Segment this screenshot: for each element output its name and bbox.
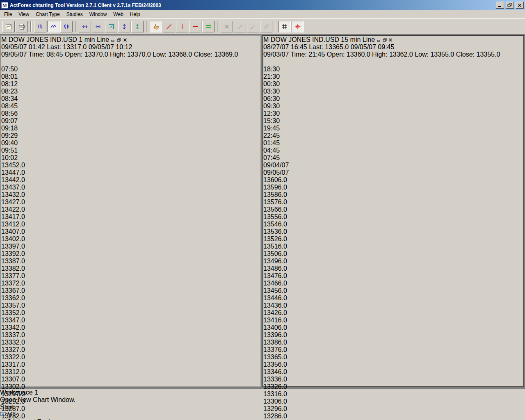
x-axis-label: 15:30 — [263, 117, 523, 125]
y-axis-label: 13456.0 — [263, 287, 523, 294]
menu-web[interactable]: Web — [110, 11, 126, 18]
menu-studies[interactable]: Studies — [63, 11, 86, 18]
x-axis-date-label: 09/05/07 — [263, 169, 523, 176]
toolbar-separator — [217, 21, 218, 32]
y-axis-label: 13506.0 — [263, 250, 523, 258]
y-axis-label: 13307.0 — [1, 376, 260, 383]
y-axis-label: 13556.0 — [263, 213, 523, 221]
chart-ohlc-info: 09/03/07 Time: 21:45 Open: 13360.0 High:… — [263, 51, 523, 58]
grid-button[interactable] — [278, 21, 291, 32]
x-axis-label: 09:51 — [1, 147, 260, 154]
chart-close-button[interactable] — [388, 36, 393, 43]
window-close-button[interactable] — [516, 2, 524, 9]
window-minimize-button[interactable] — [496, 2, 504, 9]
chart-close-button[interactable] — [123, 36, 127, 43]
bar-chart-button[interactable] — [34, 21, 46, 32]
chart-window-titlebar[interactable]: M DOW JONES IND.USD 1 min Line — [1, 36, 260, 43]
trend-line-button[interactable] — [163, 21, 175, 32]
line-chart-button[interactable] — [47, 21, 59, 32]
line-tool-button[interactable] — [234, 21, 246, 32]
compress-horizontal-button[interactable] — [92, 21, 104, 32]
channel-lines-button[interactable] — [202, 21, 215, 32]
x-axis: 07:5008:0108:1208:2308:3408:4508:5609:07… — [1, 66, 260, 162]
y-axis-label: 13392.0 — [1, 250, 260, 258]
parallel-lines-button[interactable] — [260, 21, 272, 32]
current-price-label: 13365.0 — [263, 354, 523, 361]
expand-horizontal-button[interactable] — [79, 21, 91, 32]
x-axis-label: 07:50 — [1, 66, 260, 73]
chart-area: 18:3021:3000:3003:3006:3009:3012:3015:30… — [263, 58, 523, 420]
x-axis-label: 08:01 — [1, 73, 260, 80]
print-button[interactable] — [16, 21, 28, 32]
chart-minimize-button[interactable] — [111, 36, 115, 43]
menu-view[interactable]: View — [15, 11, 32, 18]
y-axis-label: 13516.0 — [263, 243, 523, 250]
y-axis-label: 13356.0 — [263, 361, 523, 368]
y-axis-label: 13282.0 — [1, 413, 260, 420]
y-axis-label: 13496.0 — [263, 258, 523, 265]
y-axis-label: 13346.0 — [263, 368, 523, 376]
chart-restore-button[interactable] — [383, 36, 387, 43]
x-axis-label: 09:07 — [1, 117, 260, 125]
compress-vertical-button[interactable] — [131, 21, 144, 32]
x-axis-label: 19:45 — [263, 125, 523, 132]
current-price-label: 13317.0 — [1, 361, 260, 368]
chart-area: 07:5008:0108:1208:2308:3408:4508:5609:07… — [1, 58, 260, 420]
vertical-line-button[interactable] — [176, 21, 188, 32]
y-axis-label: 13377.0 — [1, 272, 260, 280]
menu-chart-type[interactable]: Chart Type — [32, 11, 63, 18]
expand-vertical-button[interactable] — [118, 21, 130, 32]
chart-window-15min[interactable]: M DOW JONES IND.USD 15 min Line 08/27/07… — [262, 35, 524, 387]
y-axis-label: 13316.0 — [263, 390, 523, 398]
x-axis-label: 08:12 — [1, 80, 260, 88]
y-axis-label: 13302.0 — [1, 383, 260, 390]
chart-plot[interactable] — [1, 58, 260, 66]
x-axis-label: 21:30 — [263, 73, 523, 80]
y-axis-label: 13452.0 — [1, 162, 260, 169]
menu-file[interactable]: File — [1, 11, 15, 18]
chart-window-1min[interactable]: M DOW JONES IND.USD 1 min Line 09/05/07 … — [0, 35, 261, 387]
chart-window-title: DOW JONES IND.USD 1 min Line — [9, 36, 109, 43]
chart-restore-button[interactable] — [117, 36, 121, 43]
ray-tool-button[interactable] — [247, 21, 259, 32]
x-axis-label: 00:30 — [263, 80, 523, 88]
chart-window-titlebar[interactable]: M DOW JONES IND.USD 15 min Line — [263, 36, 523, 43]
menu-help[interactable]: Help — [127, 11, 144, 18]
y-axis-label: 13442.0 — [1, 176, 260, 184]
y-axis-label: 13417.0 — [1, 213, 260, 221]
y-axis-label: 13342.0 — [1, 324, 260, 331]
x-axis-date-label: 09/04/07 — [263, 162, 523, 169]
x-axis-label: 06:30 — [263, 95, 523, 103]
new-chart-button[interactable] — [2, 21, 15, 32]
menu-window[interactable]: Window — [86, 11, 110, 18]
candlestick-button[interactable] — [60, 21, 73, 32]
chart-range-info: 08/27/07 16:45 Last: 13365.0 09/05/07 09… — [263, 43, 523, 51]
y-axis-label: 13546.0 — [263, 221, 523, 228]
chart-ohlc-info: 09/05/07 Time: 08:45 Open: 13370.0 High:… — [1, 51, 260, 58]
app-titlebar[interactable]: M ActForex chtarting Tool Version 2.7.1 … — [0, 0, 525, 10]
y-axis-label: 13476.0 — [263, 272, 523, 280]
chart-info-panel: 09/05/07 01:42 Last: 13317.0 09/05/07 10… — [1, 43, 260, 58]
horizontal-line-button[interactable] — [189, 21, 201, 32]
x-axis-label: 09:18 — [1, 125, 260, 132]
y-axis-label: 13606.0 — [263, 176, 523, 184]
pan-hand-button[interactable] — [150, 21, 162, 32]
y-axis-label: 13312.0 — [1, 368, 260, 376]
y-axis-label: 13402.0 — [1, 235, 260, 243]
zoom-reset-button[interactable] — [105, 21, 117, 32]
y-axis-label: 13336.0 — [263, 376, 523, 383]
chart-plot[interactable] — [263, 58, 523, 66]
delete-object-button[interactable] — [221, 21, 233, 32]
crosshair-button[interactable] — [292, 21, 304, 32]
x-axis-label: 09:29 — [1, 132, 260, 139]
toolbar — [0, 19, 525, 34]
x-axis-label: 07:45 — [263, 154, 523, 162]
window-restore-button[interactable] — [506, 2, 514, 9]
chart-minimize-button[interactable] — [377, 36, 381, 43]
toolbar-separator — [30, 21, 32, 32]
y-axis-label: 13376.0 — [263, 346, 523, 354]
x-axis-label: 01:45 — [263, 139, 523, 147]
chart-window-title: DOW JONES IND.USD 15 min Line — [271, 36, 375, 43]
x-axis-dates: 09/04/0709/05/07 — [263, 162, 523, 176]
y-axis-label: 13347.0 — [1, 317, 260, 324]
